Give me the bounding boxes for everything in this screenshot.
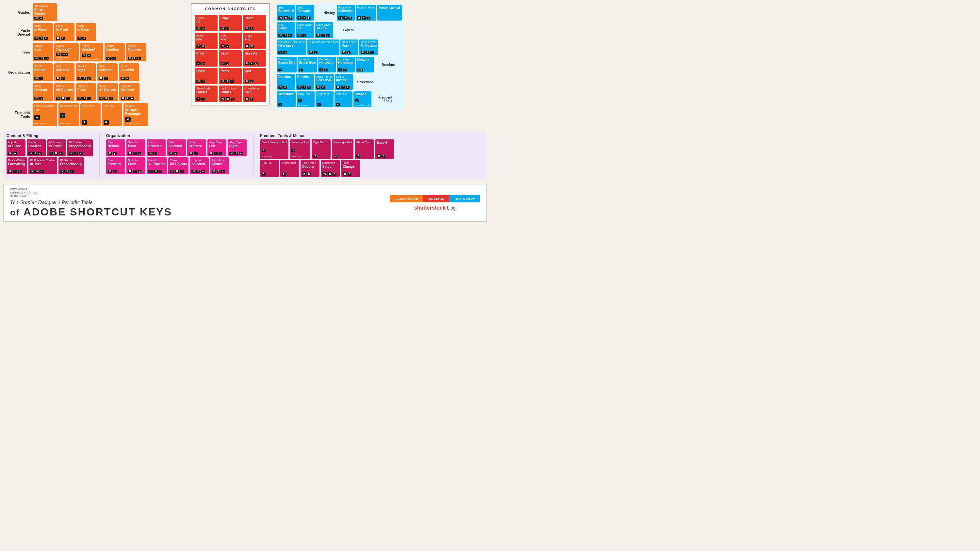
fit-content-prop-card[interactable]: Fit ContentProportionally ⌥⇧E	[67, 140, 93, 156]
step-forward-card[interactable]: StepForward ⌘⇧Z	[296, 5, 314, 21]
open-card[interactable]: OpenFile ⌘O	[195, 33, 218, 49]
move-layer-top-card[interactable]: Move LayerTo Top ⌘⇧]	[315, 22, 333, 38]
id-hide-selected-card[interactable]: HideSelected ⌘3	[167, 140, 186, 156]
path-to-selection-card[interactable]: Cnvrt Path toSelection ⌘↵	[315, 74, 334, 90]
id-bring-forward-card[interactable]: BringForward ⌘]	[106, 157, 125, 174]
lock-selected-card[interactable]: LockSelected ⌘2	[54, 64, 75, 81]
id-lock-selected-card[interactable]: LockSelected ⌘L	[147, 140, 165, 156]
ungroup-card[interactable]: UngroupSelected ⌘⇧G	[119, 83, 140, 101]
id-pen-tool-card[interactable]: Pen Tool P	[260, 160, 279, 177]
lock-guides-card[interactable]: Lock/UnlockGuides ⌥⌘;	[219, 86, 242, 102]
paste-in-front-card[interactable]: PasteIn Front ⌘F	[54, 23, 75, 41]
adjust-tracking-card[interactable]: AdjustTracking* ⌥←/→ *Multiple letters s…	[54, 43, 79, 61]
opacity-card[interactable]: Opacity 1–0	[356, 57, 374, 73]
id-type-tool-card[interactable]: Type Tool T	[312, 140, 331, 159]
fill-frame-prop-card[interactable]: Fill FrameProportionally ⌥⇧C	[59, 157, 84, 174]
redo-card[interactable]: Redo ⌘⇧Z	[219, 68, 242, 84]
save-card[interactable]: Save ⌘S	[219, 50, 242, 67]
id-show-all-card[interactable]: ShowAll Objects ⌥⌘3	[168, 157, 188, 174]
id-text-frame-card[interactable]: Text FrameOptions ⌘B	[301, 160, 320, 177]
bring-forward-card[interactable]: BringForward ⌘]	[33, 83, 53, 101]
adjust-leading-card[interactable]: AdjustLeading ⌥↑/↓	[105, 43, 125, 61]
unlock-all-card[interactable]: UnlockAll Objects ⌥⌘2	[54, 83, 75, 101]
id-send-behind-card[interactable]: SendBehind ⌘[	[106, 140, 125, 156]
id-frame-tool-card[interactable]: Frame Tool F	[355, 140, 374, 159]
guides-row: Guides Show/HideSmart Guides ⌘ U	[3, 3, 186, 21]
move-layer-down-card[interactable]: Move LayerDown ⌘[	[340, 40, 358, 55]
create-outlines-card[interactable]: CreateOutlines ⌘⇧O	[126, 43, 146, 61]
id-ellipse-tool-card[interactable]: Ellipse Tool L	[280, 160, 299, 177]
id-document-setup-card[interactable]: DocumentSetup ⌥⌘P	[321, 160, 340, 177]
pen-tool-ps-card[interactable]: Pen Tool P	[334, 91, 353, 107]
id-rectangle-tool-card[interactable]: Rectangle Tool M	[332, 140, 353, 159]
type-tool-ps-card[interactable]: Type Tool T	[315, 91, 334, 107]
fit-frame-content-card[interactable]: Fit Frame to Contentor Text ⌥⌘C	[29, 157, 57, 174]
new-layer-card[interactable]: NewLayer ⌘⇧N	[277, 22, 295, 38]
id-send-back-card[interactable]: Send toBack ⌘⇧[	[126, 140, 145, 156]
id-align-right-card[interactable]: Align TypeRight ⌘⇧R	[228, 140, 247, 156]
step-backward-card[interactable]: StepBackward ⌥⌘Z	[277, 5, 295, 21]
id-find-change-card[interactable]: Find/Change ⌘F	[341, 160, 360, 177]
quit-card[interactable]: Quit ⌘Q	[243, 68, 266, 84]
paste-into-selection-card[interactable]: Paste IntoSelection ⌥⌘V	[337, 5, 355, 21]
paste-in-back-card[interactable]: PasteIn Back ⌘B	[76, 23, 96, 41]
shapes-tool-card[interactable]: ShapesMarquis Rectangle M L - Ellipse Ci…	[124, 103, 148, 126]
adjust-kerning-card[interactable]: AdjustKerning* ⌥•/• *cursor between lett…	[80, 43, 103, 61]
copy-card[interactable]: Copy ⌘C	[219, 15, 242, 31]
import-place-card[interactable]: Importor Place ⌘D	[6, 140, 25, 156]
illustrator-tab[interactable]: ILLUSTRATOR	[390, 195, 423, 202]
deselect-card[interactable]: Deselect ⌘D	[277, 74, 295, 90]
duplicate-selection-card[interactable]: Duplicate Selection toNew Layer ⌘J	[277, 40, 306, 55]
photoshop-tab[interactable]: PHOTOSHOP	[449, 195, 480, 202]
indesign-tab[interactable]: INDESIGN	[423, 195, 449, 202]
select-all-card[interactable]: SelectAll ⌘A	[195, 15, 218, 31]
group-selected-card[interactable]: GroupSelected ⌘G	[119, 64, 139, 81]
type-tool-card[interactable]: Type Tool T	[80, 103, 100, 126]
send-to-back-card[interactable]: Send toBack ⌘⇧[	[76, 64, 96, 81]
id-group-card[interactable]: GroupSelected ⌘G	[187, 140, 206, 156]
show-all-card[interactable]: ShowAll Objects ⌥⌘3	[97, 83, 118, 101]
id-ungroup-card[interactable]: UngroupSelected ⌘⇧G	[190, 157, 209, 174]
move-layer-bottom-card[interactable]: Move LayerTo Bottom ⌘⇧[	[360, 40, 378, 55]
id-selection-tool-card[interactable]: Selection Tool V Black Arrow	[290, 140, 310, 159]
paste-in-place-ps-card[interactable]: Paste In Place ⌘⇧V	[356, 5, 376, 21]
bring-to-front-card[interactable]: Bring toFront ⌘⇧]	[76, 83, 96, 101]
increase-brush-card[interactable]: IncreaseBrush Size ]	[298, 57, 317, 73]
fit-content-frame-card[interactable]: Fit Contentto Frame ⌥⌘E	[47, 140, 66, 156]
id-align-center-card[interactable]: Align TypeCenter ⌘⇧C	[210, 157, 229, 174]
select-inverse-card[interactable]: SelectInverse ⌘⇧I	[335, 74, 353, 90]
id-align-left-card[interactable]: Align TypeLeft ⌘⇧L	[207, 140, 226, 156]
history-label: History	[314, 11, 337, 15]
save-as-card[interactable]: Save As ⌘⇧S	[243, 50, 266, 67]
new-card[interactable]: NewFile ⌘N	[219, 33, 242, 49]
paste-no-format-card[interactable]: Paste WithoutFormatting ⌘⇧V	[6, 157, 27, 174]
center-content-card[interactable]: CenterContent ⌘⇧E	[27, 140, 46, 156]
id-unlock-all-card[interactable]: UnlockAll Objects ⌥⌘L	[147, 157, 167, 174]
close-card[interactable]: CloseFile ⌘W	[243, 33, 266, 49]
adjust-size-card[interactable]: AdjustSize ⌘⇧</>	[33, 43, 53, 61]
smart-guides-card[interactable]: Show/HideSmart Guides ⌘ U	[33, 3, 57, 21]
paste-card[interactable]: Paste ⌘V	[243, 15, 266, 31]
id-bring-front-card[interactable]: Bring toFront ⌘⇧]	[126, 157, 145, 174]
duplicate-current-layer-card[interactable]: Duplicate Current Layer ⌘J	[307, 40, 339, 55]
decrease-hardness-card[interactable]: DecreaseHardness ⇧[	[318, 57, 336, 73]
show-hide-guides-card[interactable]: Show/HideGuides ⌘;	[195, 86, 218, 102]
paste-in-place-card[interactable]: PasteIn Place ⌘⇧V	[33, 23, 53, 41]
move-layer-up-card[interactable]: Move LayerUp ⌘]	[296, 22, 314, 38]
direct-selection-tool-card[interactable]: Direct Selection Tool A White Arrow	[33, 103, 57, 126]
hide-selected-card[interactable]: HideSelected ⌘3	[97, 64, 118, 81]
show-hide-grid-card[interactable]: Show/HideGrid ⌘'	[243, 86, 266, 102]
print-card[interactable]: Print ⌘P	[195, 50, 218, 67]
id-direct-selection-card[interactable]: Direct Selection Tool A White Arrow	[260, 140, 288, 159]
pen-tool-card[interactable]: Pen Tool P	[102, 103, 122, 126]
reselect-card[interactable]: Reselect ⌘⇧D	[296, 74, 314, 90]
undo-card[interactable]: Undo ⌘Z	[195, 68, 218, 84]
shapes-ps-card[interactable]: Shapes U click/shift to cycle	[353, 91, 371, 107]
decrease-brush-card[interactable]: DecreaseBrush Size [	[277, 57, 297, 73]
id-export-card[interactable]: Export ⌘E	[375, 140, 394, 159]
increase-hardness-card[interactable]: IncreaseHardness ⇧]	[337, 57, 355, 73]
move-tool-ps-card[interactable]: Move Tool V Black Arrow	[297, 91, 315, 107]
transform-card[interactable]: Transform T	[277, 91, 296, 107]
selection-tool-card[interactable]: Selection Tool V Black Arrow	[59, 103, 79, 126]
send-behind-card[interactable]: SendBehind ⌘[	[33, 64, 53, 81]
